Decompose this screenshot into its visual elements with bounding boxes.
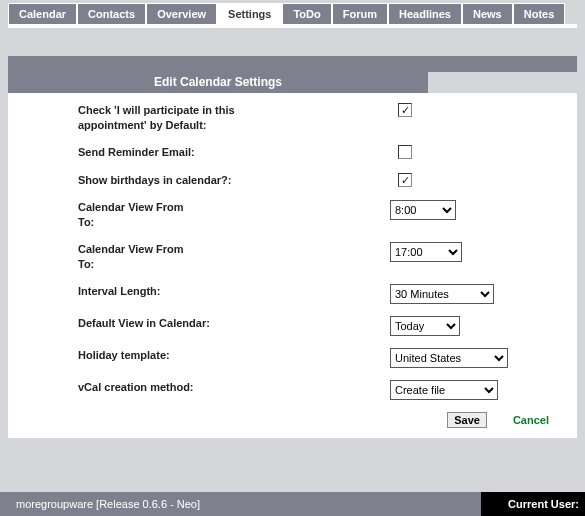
tab-headlines[interactable]: Headlines [388, 3, 462, 24]
vcal-select[interactable]: Create file [390, 380, 498, 400]
view-to-label: Calendar View From To: [8, 242, 298, 272]
footer-current-user: Current User: [481, 492, 585, 516]
panel-title: Edit Calendar Settings [8, 72, 428, 93]
default-view-label: Default View in Calendar: [8, 316, 298, 331]
interval-select[interactable]: 30 Minutes [390, 284, 494, 304]
participate-checkbox[interactable]: ✓ [398, 103, 412, 117]
reminder-label: Send Reminder Email: [8, 145, 298, 160]
tab-bar: Calendar Contacts Overview Settings ToDo… [0, 0, 585, 24]
tab-notes[interactable]: Notes [513, 3, 566, 24]
view-from-select[interactable]: 8:00 [390, 200, 456, 220]
holiday-label: Holiday template: [8, 348, 298, 363]
view-to-select[interactable]: 17:00 [390, 242, 462, 262]
check-icon: ✓ [401, 105, 410, 115]
vcal-label: vCal creation method: [8, 380, 298, 395]
default-view-select[interactable]: Today [390, 316, 460, 336]
reminder-checkbox[interactable] [398, 145, 412, 159]
tab-contacts[interactable]: Contacts [77, 3, 146, 24]
tab-underline [8, 24, 577, 28]
panel-title-spacer [428, 72, 577, 93]
tab-forum[interactable]: Forum [332, 3, 388, 24]
interval-label: Interval Length: [8, 284, 298, 299]
check-icon: ✓ [401, 175, 410, 185]
tab-news[interactable]: News [462, 3, 513, 24]
settings-panel: Edit Calendar Settings Check 'I will par… [8, 72, 577, 438]
tab-overview[interactable]: Overview [146, 3, 217, 24]
save-button[interactable]: Save [447, 412, 487, 428]
tab-calendar[interactable]: Calendar [8, 3, 77, 24]
divider-bar [8, 56, 577, 72]
settings-form: Check 'I will participate in this appoin… [8, 93, 577, 438]
birthdays-label: Show birthdays in calendar?: [8, 173, 298, 188]
birthdays-checkbox[interactable]: ✓ [398, 173, 412, 187]
tab-todo[interactable]: ToDo [282, 3, 331, 24]
participate-label: Check 'I will participate in this appoin… [8, 103, 298, 133]
view-from-label: Calendar View From To: [8, 200, 298, 230]
cancel-link[interactable]: Cancel [513, 414, 549, 426]
tab-settings[interactable]: Settings [217, 3, 282, 24]
holiday-select[interactable]: United States [390, 348, 508, 368]
footer: moregroupware [Release 0.6.6 - Neo] Curr… [0, 492, 585, 516]
footer-version: moregroupware [Release 0.6.6 - Neo] [0, 492, 481, 516]
